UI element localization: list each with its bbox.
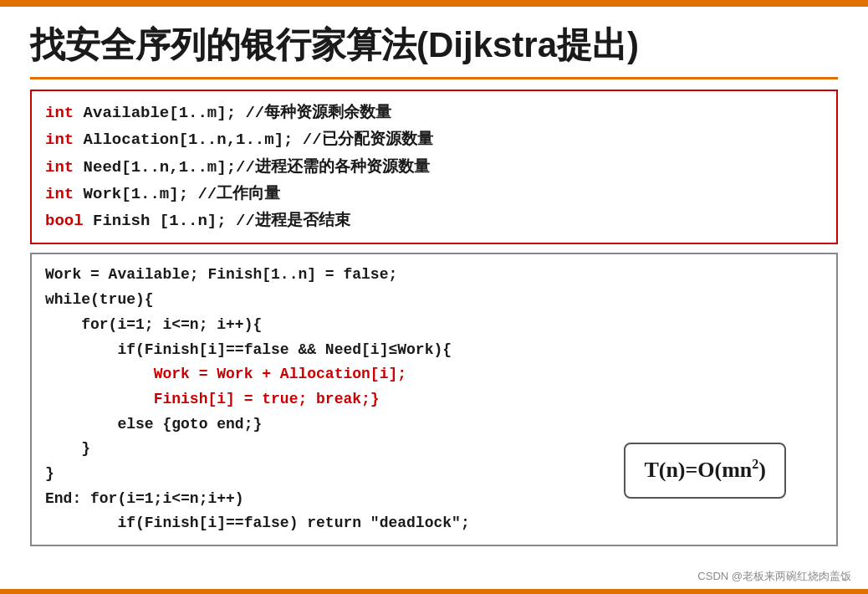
algorithm-code-box: Work = Available; Finish[1..n] = false; … — [30, 253, 838, 546]
algo-line-4: if(Finish[i]==false && Need[i]≤Work){ — [45, 338, 823, 363]
top-bar — [0, 0, 868, 7]
complexity-text: T(n)=O(mn2) — [644, 458, 766, 482]
algo-line-6-red: Finish[i] = true; break;} — [154, 391, 380, 407]
watermark: CSDN @老板来两碗红烧肉盖饭 — [697, 569, 851, 584]
algo-line-7: else {goto end;} — [45, 412, 823, 438]
keyword-int-4: int — [45, 185, 74, 203]
code-line-1: int Available[1..m]; //每种资源剩余数量 — [45, 100, 823, 126]
algo-line-2: while(true){ — [45, 288, 823, 313]
keyword-int-3: int — [45, 158, 74, 177]
code-line-3: int Need[1..n,1..m];//进程还需的各种资源数量 — [45, 154, 823, 181]
algo-line-6: Finish[i] = true; break;} — [45, 387, 823, 412]
keyword-int-1: int — [45, 104, 74, 122]
code-text-1: Available[1..m]; //每种资源剩余数量 — [74, 104, 391, 122]
algo-line-5-red: Work = Work + Allocation[i]; — [154, 366, 406, 382]
content-area: int Available[1..m]; //每种资源剩余数量 int Allo… — [0, 90, 868, 546]
bottom-bar — [0, 589, 868, 594]
title-area: 找安全序列的银行家算法(Dijkstra提出) — [0, 7, 868, 77]
keyword-bool: bool — [45, 212, 84, 230]
code-text-2: Allocation[1..n,1..m]; //已分配资源数量 — [74, 131, 432, 149]
algo-line-11: if(Finish[i]==false) return "deadlock"; — [45, 511, 823, 536]
declarations-code-box: int Available[1..m]; //每种资源剩余数量 int Allo… — [30, 90, 838, 244]
complexity-sup: 2 — [752, 458, 758, 472]
algo-line-1: Work = Available; Finish[1..n] = false; — [45, 263, 823, 288]
divider — [30, 77, 838, 79]
keyword-int-2: int — [45, 131, 74, 149]
code-text-5: Finish [1..n]; //进程是否结束 — [84, 212, 350, 230]
algo-line-5: Work = Work + Allocation[i]; — [45, 362, 823, 387]
code-line-5: bool Finish [1..n]; //进程是否结束 — [45, 207, 823, 234]
code-text-3: Need[1..n,1..m];//进程还需的各种资源数量 — [74, 158, 430, 177]
code-line-4: int Work[1..m]; //工作向量 — [45, 181, 823, 207]
complexity-box: T(n)=O(mn2) — [624, 443, 786, 499]
page-title: 找安全序列的银行家算法(Dijkstra提出) — [30, 22, 838, 69]
code-line-2: int Allocation[1..n,1..m]; //已分配资源数量 — [45, 126, 823, 153]
slide: 找安全序列的银行家算法(Dijkstra提出) int Available[1.… — [0, 0, 868, 594]
algo-line-3: for(i=1; i<=n; i++){ — [45, 313, 823, 338]
code-text-4: Work[1..m]; //工作向量 — [74, 185, 280, 203]
